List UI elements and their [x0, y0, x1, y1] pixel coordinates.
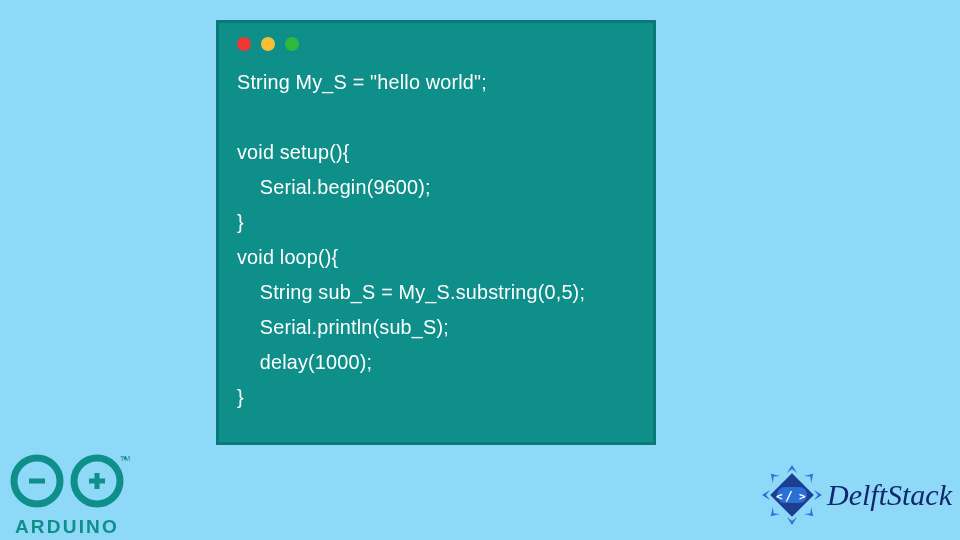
code-window: String My_S = "hello world"; void setup(…	[216, 20, 656, 445]
delftstack-badge-icon: / < >	[761, 464, 823, 526]
close-icon	[237, 37, 251, 51]
code-block: String My_S = "hello world"; void setup(…	[237, 65, 635, 415]
arduino-logo: TM ARDUINO	[2, 452, 132, 538]
maximize-icon	[285, 37, 299, 51]
arduino-infinity-icon: TM	[2, 452, 132, 510]
svg-text:/: /	[785, 488, 793, 503]
svg-text:>: >	[799, 490, 806, 503]
minimize-icon	[261, 37, 275, 51]
delftstack-label: DelftStack	[827, 478, 952, 512]
arduino-label: ARDUINO	[2, 516, 132, 538]
svg-text:<: <	[776, 490, 783, 503]
delftstack-logo: / < > DelftStack	[761, 464, 952, 526]
svg-text:TM: TM	[120, 455, 130, 462]
window-controls	[237, 37, 635, 51]
